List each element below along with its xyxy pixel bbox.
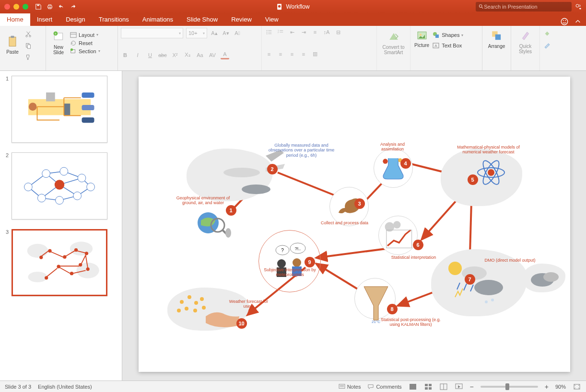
reset-icon [70, 40, 77, 46]
label-7: DMO (direct model output) [479, 258, 541, 263]
sorter-view-button[interactable] [424, 383, 433, 390]
svg-point-71 [27, 244, 48, 258]
svg-rect-0 [37, 5, 39, 6]
zoom-out-button[interactable]: − [470, 383, 474, 391]
numbering-button[interactable]: 12 [276, 28, 285, 36]
section-icon [70, 48, 77, 55]
slide-thumb-2[interactable] [12, 152, 107, 219]
language-indicator[interactable]: English (United States) [38, 384, 92, 390]
shape-outline-button[interactable] [543, 41, 551, 50]
copy-button[interactable] [24, 41, 33, 50]
normal-view-button[interactable] [409, 383, 417, 390]
hand-stars-icon [172, 292, 244, 331]
tab-view[interactable]: View [258, 13, 285, 26]
superscript-button[interactable]: X² [171, 51, 179, 59]
font-select[interactable]: ▾ [121, 28, 183, 38]
slideshow-view-button[interactable] [455, 383, 463, 390]
quick-styles-button[interactable]: Quick Styles [514, 28, 537, 56]
notes-toggle[interactable]: Notes [339, 384, 361, 390]
underline-button[interactable]: U [146, 51, 154, 59]
subscript-button[interactable]: X₂ [183, 51, 192, 59]
textbox-button[interactable]: AText Box [432, 42, 463, 49]
share-icon[interactable] [574, 3, 582, 11]
reading-view-button[interactable] [439, 383, 448, 390]
search-input[interactable] [484, 4, 569, 10]
zoom-window[interactable] [23, 4, 28, 10]
tab-insert[interactable]: Insert [30, 13, 59, 26]
decrease-font-icon[interactable]: A▾ [222, 29, 230, 37]
shapes-button[interactable]: Shapes ▾ [432, 31, 463, 39]
svg-point-92 [70, 272, 73, 275]
cloud-extra-icon [528, 266, 562, 290]
convert-smartart-button[interactable]: Convert to SmartArt [380, 28, 407, 57]
align-left-button[interactable]: ≡ [265, 50, 273, 58]
svg-point-63 [42, 170, 50, 178]
bullets-button[interactable] [265, 28, 273, 36]
node-2: 2 [267, 164, 278, 174]
font-size-select[interactable]: 10+▾ [186, 28, 207, 38]
zoom-level[interactable]: 90% [555, 384, 566, 390]
picture-icon [416, 30, 428, 41]
print-icon[interactable] [47, 3, 53, 10]
slide-canvas-area[interactable]: 21°C ??!.. 1 2 3 4 5 6 7 8 9 10 Geophysi… [122, 71, 586, 380]
slide-thumb-1[interactable] [12, 76, 107, 143]
text-direction-button[interactable]: ↕A [322, 28, 331, 36]
arrange-button[interactable]: Arrange [485, 28, 508, 51]
zoom-in-button[interactable]: + [545, 383, 549, 391]
clear-format-icon[interactable]: A⃠ [233, 29, 242, 37]
tab-transitions[interactable]: Transitions [92, 13, 136, 26]
workarea: 1 2 [0, 71, 586, 380]
tab-design[interactable]: Design [59, 13, 92, 26]
line-spacing-button[interactable]: ≡ [311, 28, 319, 36]
strike-button[interactable]: abc [158, 51, 167, 59]
undo-icon[interactable] [58, 3, 65, 10]
svg-rect-38 [435, 35, 439, 38]
layout-button[interactable]: Layout ▾ [70, 32, 100, 38]
save-icon[interactable] [35, 3, 42, 10]
close-window[interactable] [4, 4, 10, 10]
align-right-button[interactable]: ≡ [288, 50, 296, 58]
change-case-button[interactable]: Aa [196, 51, 204, 59]
align-center-button[interactable]: ≡ [276, 50, 285, 58]
shape-fill-button[interactable] [543, 30, 551, 38]
format-painter-button[interactable] [24, 53, 33, 61]
redo-icon[interactable] [70, 3, 76, 10]
section-button[interactable]: Section ▾ [70, 48, 100, 55]
tab-slideshow[interactable]: Slide Show [180, 13, 224, 26]
search-box[interactable] [476, 2, 572, 12]
font-color-button[interactable]: A [221, 51, 229, 59]
tab-home[interactable]: Home [0, 13, 30, 26]
node-9: 9 [305, 257, 315, 267]
columns-button[interactable]: ▥ [311, 50, 319, 58]
justify-button[interactable]: ≡ [299, 50, 308, 58]
italic-button[interactable]: I [133, 51, 142, 59]
svg-point-8 [576, 4, 579, 7]
zoom-slider[interactable] [481, 386, 538, 388]
fit-window-button[interactable] [573, 383, 581, 390]
atom-icon [474, 158, 508, 187]
tab-animations[interactable]: Animations [136, 13, 180, 26]
svg-point-88 [74, 248, 78, 252]
cut-button[interactable] [24, 30, 33, 38]
decrease-indent-button[interactable]: ⇤ [288, 28, 296, 36]
char-spacing-button[interactable]: AV [208, 51, 217, 59]
align-text-button[interactable]: ⊟ [334, 28, 342, 36]
slide-thumb-3[interactable] [12, 229, 107, 296]
svg-text:+: + [55, 32, 57, 35]
tab-review[interactable]: Review [224, 13, 258, 26]
paste-button[interactable]: Paste [3, 33, 22, 57]
collapse-ribbon-icon[interactable] [574, 18, 581, 25]
notes-icon [339, 384, 345, 390]
new-slide-button[interactable]: + New Slide [49, 28, 68, 57]
picture-button[interactable]: Picture [413, 28, 430, 50]
reset-button[interactable]: Reset [70, 40, 100, 46]
increase-indent-button[interactable]: ⇥ [299, 28, 308, 36]
label-9: Subjective interpretation by meteorologi… [261, 267, 319, 277]
comments-toggle[interactable]: Comments [367, 384, 401, 390]
slide[interactable]: 21°C ??!.. 1 2 3 4 5 6 7 8 9 10 Geophysi… [139, 77, 570, 372]
increase-font-icon[interactable]: A▴ [210, 29, 219, 37]
smiley-feedback-icon[interactable] [560, 17, 569, 26]
window-controls [4, 4, 28, 10]
minimize-window[interactable] [13, 4, 19, 10]
bold-button[interactable]: B [121, 51, 129, 59]
